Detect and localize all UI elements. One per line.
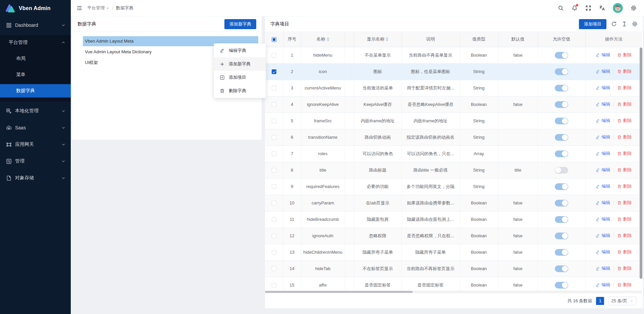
edit-button[interactable]: 编辑	[596, 183, 610, 189]
delete-button[interactable]: 删除	[617, 68, 632, 74]
context-menu-item-2[interactable]: 添加项目	[214, 71, 266, 84]
allow-null-toggle[interactable]	[555, 233, 568, 239]
pagination-page-1[interactable]: 1	[596, 297, 604, 305]
allow-null-toggle[interactable]	[555, 265, 568, 272]
select-all-header[interactable]	[265, 32, 283, 47]
context-menu-item-3[interactable]: 删除字典	[214, 84, 266, 98]
allow-null-toggle[interactable]	[555, 85, 568, 91]
delete-button[interactable]: 删除	[617, 52, 632, 58]
row-select-cell[interactable]	[265, 228, 283, 244]
allow-null-toggle[interactable]	[555, 150, 568, 157]
row-checkbox[interactable]	[272, 266, 276, 271]
sidebar-item-1-1[interactable]: 菜单	[0, 68, 71, 81]
row-select-cell[interactable]	[265, 162, 283, 178]
app-logo[interactable]: Vben Admin	[0, 0, 71, 16]
column-header-2[interactable]: 显示名称	[354, 32, 401, 47]
row-select-cell[interactable]	[265, 260, 283, 277]
row-select-cell[interactable]	[265, 129, 283, 145]
row-select-cell[interactable]	[265, 96, 283, 113]
lineheight-icon[interactable]	[622, 21, 627, 27]
row-checkbox[interactable]	[272, 250, 276, 255]
row-checkbox[interactable]	[272, 168, 276, 173]
sidebar-item-6[interactable]: 对象存储	[0, 171, 71, 185]
edit-button[interactable]: 编辑	[596, 265, 610, 271]
edit-button[interactable]: 编辑	[596, 200, 610, 206]
row-checkbox[interactable]	[272, 102, 276, 107]
edit-button[interactable]: 编辑	[596, 52, 610, 58]
allow-null-toggle[interactable]	[555, 101, 568, 108]
allow-null-toggle[interactable]	[555, 134, 568, 141]
allow-null-toggle[interactable]	[555, 183, 568, 190]
sidebar-item-1-0[interactable]: 布局	[0, 52, 71, 65]
sidebar-item-0[interactable]: Dashboard	[0, 18, 71, 32]
row-checkbox[interactable]	[272, 135, 276, 140]
delete-button[interactable]: 删除	[617, 265, 632, 271]
allow-null-toggle[interactable]	[555, 68, 568, 75]
allow-null-toggle[interactable]	[555, 52, 568, 59]
add-dictionary-button[interactable]: 添加新字典	[224, 19, 256, 29]
gear-icon[interactable]	[631, 5, 637, 11]
delete-button[interactable]: 删除	[617, 167, 632, 173]
sidebar-item-4[interactable]: 应用网关	[0, 138, 71, 151]
sidebar-item-2[interactable]: 本地化管理	[0, 104, 71, 118]
row-checkbox[interactable]	[272, 184, 276, 189]
edit-button[interactable]: 编辑	[596, 150, 610, 156]
row-checkbox[interactable]	[272, 151, 276, 156]
row-checkbox[interactable]	[272, 53, 276, 58]
column-header-1[interactable]: 名称	[301, 32, 345, 47]
delete-button[interactable]: 删除	[617, 216, 632, 222]
sidebar-item-3[interactable]: Saas	[0, 121, 71, 134]
horizontal-scrollbar-thumb[interactable]	[265, 291, 413, 293]
context-menu-item-0[interactable]: 编辑字典	[214, 44, 266, 57]
select-all-checkbox[interactable]	[272, 37, 276, 42]
edit-button[interactable]: 编辑	[596, 249, 610, 255]
row-select-cell[interactable]	[265, 211, 283, 228]
context-menu-item-1[interactable]: 添加新字典	[214, 57, 266, 71]
row-select-cell[interactable]	[265, 145, 283, 162]
delete-button[interactable]: 删除	[617, 282, 632, 288]
edit-button[interactable]: 编辑	[596, 233, 610, 239]
search-icon[interactable]	[558, 5, 564, 11]
delete-button[interactable]: 删除	[617, 134, 632, 140]
sort-carets-icon[interactable]	[386, 37, 388, 41]
breadcrumb-platform[interactable]: 平台管理	[87, 5, 109, 11]
edit-button[interactable]: 编辑	[596, 85, 610, 91]
row-checkbox[interactable]	[272, 217, 276, 222]
allow-null-toggle[interactable]	[555, 200, 568, 206]
row-select-cell[interactable]	[265, 178, 283, 195]
avatar[interactable]	[613, 3, 623, 13]
edit-button[interactable]: 编辑	[596, 118, 610, 124]
row-checkbox[interactable]	[272, 119, 276, 123]
row-checkbox[interactable]	[272, 69, 276, 74]
edit-button[interactable]: 编辑	[596, 134, 610, 140]
row-select-cell[interactable]	[265, 47, 283, 63]
allow-null-toggle[interactable]	[555, 282, 568, 289]
translate-icon[interactable]	[599, 5, 605, 11]
delete-button[interactable]: 删除	[617, 150, 632, 156]
row-checkbox[interactable]	[272, 234, 276, 238]
sidebar-item-1-2[interactable]: 数据字典	[0, 84, 71, 98]
row-select-cell[interactable]	[265, 63, 283, 80]
row-select-cell[interactable]	[265, 244, 283, 260]
allow-null-toggle[interactable]	[555, 118, 568, 124]
sidebar-item-5[interactable]: 管理	[0, 154, 71, 168]
fullscreen-icon[interactable]	[585, 5, 591, 11]
edit-button[interactable]: 编辑	[596, 282, 610, 288]
allow-null-toggle[interactable]	[555, 249, 568, 256]
column-settings-gear-icon[interactable]	[632, 21, 638, 27]
allow-null-toggle[interactable]	[555, 216, 568, 223]
delete-button[interactable]: 删除	[617, 249, 632, 255]
edit-button[interactable]: 编辑	[596, 101, 610, 107]
menu-fold-icon[interactable]	[76, 5, 83, 11]
row-checkbox[interactable]	[272, 283, 276, 288]
notification-bell-icon[interactable]	[572, 5, 578, 11]
page-size-select[interactable]: 25 条/页	[608, 297, 636, 305]
row-select-cell[interactable]	[265, 195, 283, 211]
refresh-icon[interactable]	[611, 21, 617, 27]
delete-button[interactable]: 删除	[617, 101, 632, 107]
delete-button[interactable]: 删除	[617, 85, 632, 91]
sidebar-item-1[interactable]: 平台管理	[0, 36, 71, 49]
allow-null-toggle[interactable]	[555, 167, 568, 174]
row-select-cell[interactable]	[265, 80, 283, 96]
row-checkbox[interactable]	[272, 201, 276, 205]
